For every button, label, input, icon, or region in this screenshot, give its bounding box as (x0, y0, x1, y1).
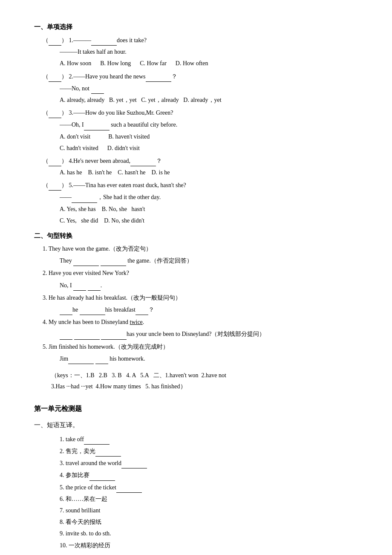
q3-options2: C. hadn't visited D. didn't visit (43, 143, 366, 153)
p2-q2-blank2[interactable] (88, 280, 101, 291)
q5-options2: C. Yes, she did D. No, she didn't (43, 215, 366, 226)
p2-question-5: 5. Jim finished his homework.（改为现在完成时） J… (34, 341, 366, 364)
p2-question-4: 4. My uncle has been to Disneyland twice… (34, 317, 366, 339)
q5-blank[interactable] (72, 191, 97, 202)
p2-q3-line1: 3. He has already had his breakfast.（改为一… (43, 292, 366, 303)
q1-options: A. How soon B. How long C. How far D. Ho… (43, 58, 366, 69)
q5-bracket: （ ） 5.——Tina has ever eaten roast duck, … (43, 179, 366, 191)
p2-q2-line1: 2. Have you ever visited New York? (43, 268, 366, 278)
unit-blank-3[interactable] (121, 457, 147, 468)
q2-bracket: （ ） 2.——Have you heard the news ？ (43, 71, 366, 82)
q1-num: 1.——— (69, 37, 92, 43)
unit-blank-1[interactable] (84, 434, 110, 445)
unit-item-8: 8. 看今天的报纸 (43, 517, 366, 527)
p2-q2-blank1[interactable] (73, 280, 86, 291)
unit-item-3: 3. travel around the world (43, 457, 366, 468)
paren-close: ） (61, 110, 67, 116)
question-4: （ ） 4.He's never been abroad, ？ A. has h… (34, 155, 366, 178)
p2-q4-line1: 4. My uncle has been to Disneyland twice… (43, 317, 366, 327)
question-1: （ ） 1.——— does it take? ———It takes half… (34, 35, 366, 69)
unit-section: 第一单元检测题 一、短语互译。 1. take off 2. 售完，卖光 3. … (34, 403, 366, 551)
q1-stem-text: does it take? (117, 37, 147, 43)
q2-blank2[interactable] (91, 83, 104, 94)
part2-title: 二、句型转换 (34, 230, 366, 242)
q4-answer-blank[interactable] (49, 155, 61, 166)
paren-open: （ (43, 37, 49, 43)
p2-q3-blank3[interactable] (135, 304, 148, 315)
paren-close: ） (61, 158, 67, 164)
paren-open: （ (43, 182, 49, 188)
p2-q5-blank2[interactable] (95, 353, 108, 364)
q5-stem1: 5.——Tina has ever eaten roast duck, hasn… (69, 182, 186, 188)
p2-q4-blank3[interactable] (101, 328, 127, 339)
q4-qmark: ？ (156, 158, 162, 164)
paren-open: （ (43, 158, 49, 164)
p2-question-2: 2. Have you ever visited New York? No, I… (34, 268, 366, 290)
unit-blank-2[interactable] (95, 445, 121, 457)
p2-q4-blank2[interactable] (74, 328, 100, 339)
unit-item-2: 2. 售完，卖光 (43, 445, 366, 457)
part1-title: 一、单项选择 (34, 21, 366, 33)
unit-items-list: 1. take off 2. 售完，卖光 3. travel around th… (34, 434, 366, 551)
p2-q3-blank1[interactable] (60, 304, 72, 315)
q5-answer-blank[interactable] (49, 179, 61, 191)
p2-q3-line2: he his breakfast ？ (43, 304, 366, 315)
p2-q5-blank1[interactable] (68, 353, 94, 364)
p2-q4-blank1[interactable] (60, 328, 72, 339)
unit-item-4: 4. 参加比赛 (43, 469, 366, 480)
p2-q1-line1: 1. They have won the game.（改为否定句） (43, 243, 366, 254)
q3-bracket: （ ） 3.——How do you like Suzhou,Mr. Green… (43, 107, 366, 118)
question-5: （ ） 5.——Tina has ever eaten roast duck, … (34, 179, 366, 226)
unit-item-1: 1. take off (43, 434, 366, 445)
q3-answer-blank[interactable] (49, 107, 61, 118)
p2-q1-blank1[interactable] (73, 255, 99, 266)
p2-question-1: 1. They have won the game.（改为否定句） They t… (34, 243, 366, 266)
unit-blank-4[interactable] (89, 469, 115, 480)
q4-blank[interactable] (130, 155, 156, 166)
q1-stem-blank[interactable] (91, 35, 117, 46)
p2-q4-line2: has your uncle been to Disneyland?（对划线部分… (43, 328, 366, 339)
keys-line1: （keys：一、1.B 2.B 3. B 4. A 5.A 二、1.haven'… (51, 370, 366, 382)
p2-q1-blank2[interactable] (101, 255, 126, 266)
q2-num: 2.——Have you heard the news (69, 73, 146, 80)
q1-stem2: ———It takes half an hour. (43, 46, 366, 57)
keys-box: （keys：一、1.B 2.B 3. B 4. A 5.A 二、1.haven'… (34, 370, 366, 393)
unit-blank-5[interactable] (116, 482, 142, 493)
paren-open: （ (43, 73, 49, 80)
unit-title: 第一单元检测题 (34, 403, 366, 415)
paren-open: （ (43, 110, 49, 116)
q4-bracket: （ ） 4.He's never been abroad, ？ (43, 155, 366, 166)
q2-answer-blank[interactable] (49, 71, 61, 82)
p2-q5-line2: Jim his homework. (43, 353, 366, 364)
p2-q5-line1: 5. Jim finished his homework.（改为现在完成时） (43, 341, 366, 352)
paren-close: ） (61, 37, 67, 43)
unit-item-7: 7. sound brilliant (43, 505, 366, 516)
q1-bracket: （ ） 1.——— does it take? (43, 35, 366, 46)
q3-blank[interactable] (84, 119, 110, 130)
q3-options1: A. don't visit B. haven't visited (43, 131, 366, 142)
q5-options1: A. Yes, she has B. No, she hasn't (43, 204, 366, 214)
q2-options: A. already, already B. yet，yet C. yet，al… (43, 95, 366, 105)
p2-q4-underline: twice (130, 319, 143, 325)
q4-stem1: 4.He's never been abroad, (69, 158, 130, 164)
q2-blank[interactable] (146, 71, 171, 82)
question-2: （ ） 2.——Have you heard the news ？ ——No, … (34, 71, 366, 106)
keys-line2: 3.Has ···had ···yet 4.How many times 5. … (51, 381, 366, 393)
unit-item-9: 9. invite sb. to do sth. (43, 528, 366, 539)
q4-options: A. has he B. isn't he C. hasn't he D. is… (43, 167, 366, 178)
p2-q1-line2: They the game.（作否定回答） (43, 255, 366, 266)
q5-stem2: —— ，She had it the other day. (43, 191, 366, 202)
paren-close: ） (61, 182, 67, 188)
p2-q2-line2: No, I . (43, 280, 366, 291)
q3-stem1: 3.——How do you like Suzhou,Mr. Green? (69, 110, 173, 116)
p2-q3-blank2[interactable] (80, 304, 105, 315)
unit-item-5: 5. the price of the ticket (43, 482, 366, 493)
q1-answer-blank[interactable] (49, 35, 61, 46)
question-3: （ ） 3.——How do you like Suzhou,Mr. Green… (34, 107, 366, 153)
unit-item-6: 6. 和……呆在一起 (43, 494, 366, 504)
q3-stem2: ——Oh, I such a beautiful city before. (43, 119, 366, 130)
unit-item-10: 10. 一次精彩的经历 (43, 540, 366, 551)
paren-close: ） (61, 73, 67, 80)
unit-part1-title: 一、短语互译。 (34, 419, 366, 431)
q2-qmark: ？ (171, 73, 177, 80)
